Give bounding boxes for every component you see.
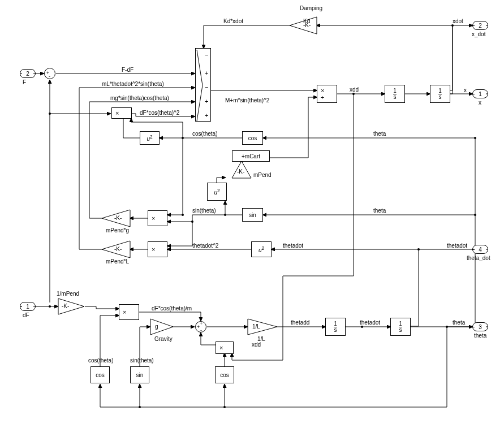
mult-sign: × [123, 309, 126, 315]
gain-1-mpend-label: 1/mPend [57, 291, 79, 297]
lbl-xdot: xdot [453, 18, 463, 24]
sum-theta[interactable]: + + - [195, 321, 206, 332]
svg-point-15 [223, 406, 226, 408]
lbl-thetadot: thetadot [283, 243, 303, 249]
cos-block[interactable]: cos [242, 131, 263, 145]
outport-x[interactable]: 1 [472, 89, 488, 98]
lbl-theta1: theta [373, 131, 386, 137]
port-number: 1 [26, 304, 29, 310]
integrator-theta1[interactable]: 1s [325, 318, 346, 336]
outport-xdot[interactable]: 2 [472, 21, 488, 30]
cos-block-bottom1[interactable]: cos [91, 366, 110, 383]
gain-kd-label-inside: Kd [303, 18, 310, 24]
inport-dF-label: dF [23, 312, 29, 318]
outport-thetadot[interactable]: 4 [472, 245, 488, 254]
port-number: 1 [479, 91, 482, 97]
inport-F-label: F [23, 79, 26, 85]
lbl-theta2: theta [373, 207, 386, 214]
product-dfcosm[interactable]: × [119, 304, 139, 320]
sign: - [49, 74, 50, 79]
mult-sign: × [115, 110, 119, 116]
lbl-sin: sin(theta) [192, 207, 216, 214]
svg-point-2 [49, 113, 51, 115]
lbl-Mmsin2: M+m*sin(theta)^2 [225, 97, 269, 103]
gain-g-label: Gravity [154, 336, 173, 342]
integrator-x2[interactable]: 1s [430, 85, 450, 103]
integrator-x1[interactable]: 1s [385, 85, 405, 103]
product-cos-xdd[interactable]: × [216, 341, 234, 354]
lbl-cos-b: cos(theta) [88, 357, 113, 364]
sum-F-dF[interactable]: + - [44, 68, 55, 79]
lbl-thetadot-r: thetadot [447, 243, 467, 249]
add-mcart-block[interactable]: +mCart [232, 150, 270, 162]
sign: + [200, 321, 203, 326]
svg-point-5 [182, 137, 184, 139]
cos-block-bottom2[interactable]: cos [215, 366, 234, 383]
u2-sin-block[interactable]: u2 [207, 183, 227, 201]
port-number: 3 [479, 324, 482, 330]
lbl-xdd: xdd [350, 87, 359, 93]
gain-mpend-g-label: mPend*g [106, 227, 129, 234]
svg-point-13 [446, 326, 448, 328]
lbl-thetadd: thetadd [291, 319, 309, 326]
port-number: 4 [479, 247, 482, 253]
product-dfcos2[interactable]: × [111, 107, 132, 119]
sum-big[interactable]: − + − + + [195, 48, 211, 122]
lbl-cos: cos(theta) [192, 131, 217, 137]
lbl-xdd-b: xdd [252, 341, 261, 348]
div-sign: ÷ [321, 94, 324, 101]
outport-x-label: x [479, 100, 481, 106]
svg-marker-22 [150, 319, 173, 335]
u2-cos-block[interactable]: u2 [140, 131, 160, 145]
outport-theta-label: theta [474, 332, 486, 339]
integrator-theta2[interactable]: 1s [390, 318, 411, 336]
svg-point-11 [49, 305, 51, 308]
lbl-x: x [464, 87, 467, 93]
gain-mpend-label: mPend [253, 172, 272, 178]
lbl-dfcos2: dF*cos(theta)^2 [140, 110, 179, 116]
lbl-dfcosm: dF*cos(theta)/m [152, 305, 192, 312]
outport-thetadot-label: theta_dot [467, 255, 490, 261]
outport-xdot-label: x_dot [472, 31, 485, 37]
inport-F[interactable]: 2 [20, 69, 36, 78]
port-number: 2 [26, 71, 29, 77]
svg-point-7 [474, 214, 476, 216]
gain-mpend-l-label: mPend*L [106, 258, 129, 265]
lbl-FdF: F-dF [122, 67, 133, 73]
port-number: 2 [479, 23, 482, 29]
inport-dF[interactable]: 1 [20, 302, 36, 311]
mult-sign: × [321, 87, 324, 94]
lbl-theta-out: theta [453, 319, 465, 326]
svg-point-14 [139, 406, 141, 408]
lbl-mLthetadot2sin: mL*thetadot^2*sin(theta) [102, 81, 164, 87]
svg-point-10 [417, 248, 420, 250]
lbl-thetadot2b: thetadot [360, 319, 380, 326]
divide-block[interactable]: × ÷ [317, 85, 337, 103]
simulink-diagram: 2 F 1 dF 2 x_dot 1 x 4 theta_dot 3 theta… [0, 0, 504, 441]
sin-block-bottom[interactable]: sin [130, 366, 149, 383]
lbl-mgsincos: mg*sin(theta)cos(theta) [110, 95, 169, 101]
lbl-thetadot2: thetadot^2 [192, 243, 218, 249]
svg-point-4 [474, 137, 476, 139]
sign: - [200, 328, 202, 333]
lbl-kdxdot: Kd*xdot [223, 18, 243, 24]
mult-sign: × [219, 344, 223, 351]
lbl-sin-b: sin(theta) [130, 357, 154, 364]
outport-theta[interactable]: 3 [472, 322, 488, 331]
gain-kd-title: Damping [300, 5, 322, 11]
sign: + [197, 325, 200, 330]
